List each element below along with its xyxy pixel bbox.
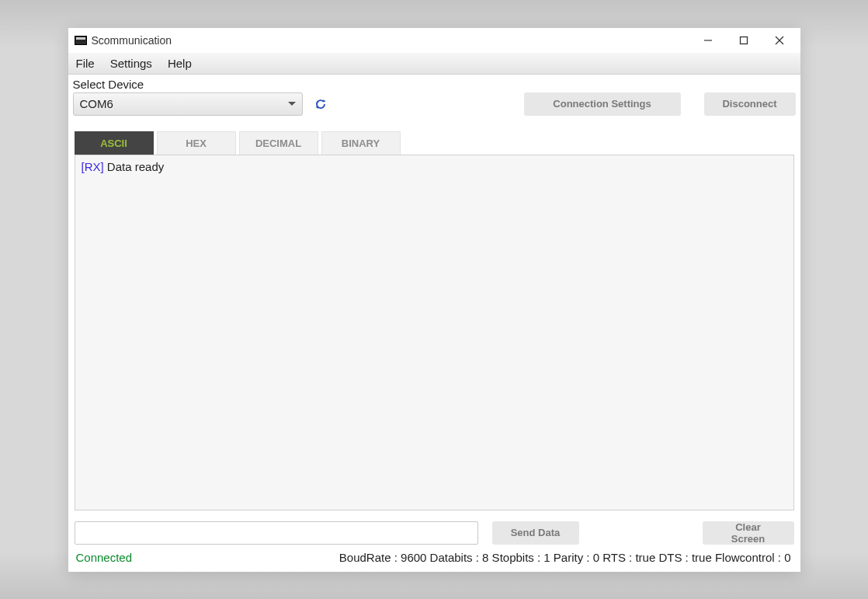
close-icon: [775, 36, 784, 45]
select-device-label: Select Device: [73, 78, 796, 92]
svg-rect-1: [740, 37, 747, 44]
svg-marker-4: [323, 99, 326, 103]
menu-file[interactable]: File: [76, 57, 95, 70]
menu-help[interactable]: Help: [168, 57, 192, 70]
connection-settings-button[interactable]: Connection Settings: [524, 92, 681, 116]
minimize-icon: [703, 36, 713, 45]
connection-info: BoudRate : 9600 Databits : 8 Stopbits : …: [339, 551, 791, 564]
menu-bar: File Settings Help: [68, 53, 800, 75]
maximize-icon: [739, 36, 748, 45]
title-bar: Scommunication: [68, 28, 800, 53]
console-line: [RX] Data ready: [82, 160, 787, 173]
tabs: ASCII HEX DECIMAL BINARY: [75, 131, 796, 155]
chevron-down-icon: [288, 102, 296, 106]
main-window: Scommunication File Settings Help Select…: [68, 28, 800, 572]
send-input[interactable]: [75, 521, 478, 545]
refresh-button[interactable]: [314, 97, 328, 111]
device-combobox[interactable]: COM6: [73, 92, 303, 116]
maximize-button[interactable]: [726, 29, 762, 52]
connection-status: Connected: [76, 551, 133, 564]
device-row: COM6 Connection Settings Disconnect: [73, 92, 796, 116]
device-selected-value: COM6: [80, 97, 113, 110]
clear-screen-button[interactable]: Clear Screen: [703, 521, 794, 545]
rx-tag: [RX]: [82, 160, 104, 173]
send-data-button[interactable]: Send Data: [492, 521, 579, 545]
refresh-icon: [314, 98, 327, 110]
tab-decimal[interactable]: DECIMAL: [239, 131, 318, 155]
svg-marker-5: [315, 106, 318, 109]
menu-settings[interactable]: Settings: [110, 57, 152, 70]
body-area: Select Device COM6 Connection Settings D…: [68, 75, 800, 572]
app-icon: [75, 36, 87, 45]
tab-hex[interactable]: HEX: [157, 131, 236, 155]
close-button[interactable]: [762, 29, 797, 52]
console-output: [RX] Data ready: [75, 155, 794, 510]
status-bar: Connected BoudRate : 9600 Databits : 8 S…: [73, 549, 796, 570]
rx-text: Data ready: [104, 160, 165, 173]
tab-binary[interactable]: BINARY: [321, 131, 401, 155]
disconnect-button[interactable]: Disconnect: [704, 92, 796, 116]
window-title: Scommunication: [92, 34, 172, 47]
send-row: Send Data Clear Screen: [75, 521, 794, 545]
minimize-button[interactable]: [690, 29, 726, 52]
tab-ascii[interactable]: ASCII: [75, 131, 154, 155]
